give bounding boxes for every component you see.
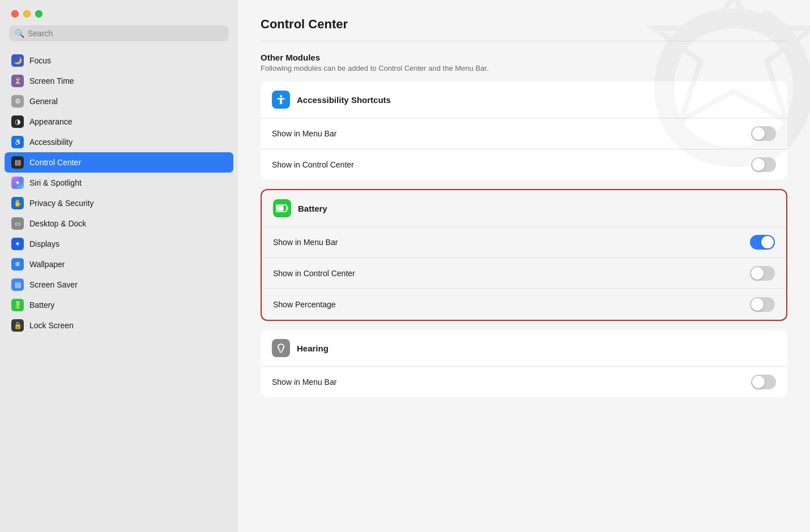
battery-module-icon <box>273 199 291 217</box>
sidebar-item-label-desktop-dock: Desktop & Dock <box>29 219 86 228</box>
displays-icon: ✦ <box>11 238 24 250</box>
module-row-label-hear-menu-bar: Show in Menu Bar <box>272 377 336 387</box>
other-modules-title: Other Modules <box>261 53 787 62</box>
svg-rect-3 <box>287 207 288 210</box>
sidebar-item-appearance[interactable]: ◑Appearance <box>5 111 233 132</box>
sidebar-item-focus[interactable]: 🌙Focus <box>5 50 233 71</box>
sidebar-item-general[interactable]: ⚙General <box>5 91 233 111</box>
module-row-acc-menu-bar: Show in Menu Bar <box>261 118 787 149</box>
sidebar-item-siri-spotlight[interactable]: ✦Siri & Spotlight <box>5 173 233 193</box>
lock-screen-icon: 🔒 <box>11 319 24 332</box>
sidebar-item-label-appearance: Appearance <box>29 117 73 126</box>
sidebar-item-lock-screen[interactable]: 🔒Lock Screen <box>5 315 233 336</box>
sidebar-item-screen-time[interactable]: ⏳Screen Time <box>5 71 233 91</box>
toggle-acc-menu-bar[interactable] <box>751 126 776 141</box>
sidebar-item-label-privacy-security: Privacy & Security <box>29 199 94 208</box>
window-controls <box>0 0 238 25</box>
sidebar-item-label-lock-screen: Lock Screen <box>29 321 74 330</box>
toggle-bat-control-center[interactable] <box>750 266 775 281</box>
module-accessibility-shortcuts: Accessibility ShortcutsShow in Menu BarS… <box>261 81 787 180</box>
module-row-label-bat-control-center: Show in Control Center <box>273 269 355 278</box>
search-icon: 🔍 <box>15 29 24 38</box>
sidebar-item-battery[interactable]: 🔋Battery <box>5 295 233 315</box>
sidebar-item-label-screen-time: Screen Time <box>29 76 74 85</box>
sidebar-item-label-screen-saver: Screen Saver <box>29 280 78 289</box>
close-button[interactable] <box>11 10 19 18</box>
toggle-acc-control-center[interactable] <box>751 157 776 172</box>
maximize-button[interactable] <box>35 10 42 18</box>
main-content: Control Center Other Modules Following m… <box>238 0 810 532</box>
sidebar-list: 🌙Focus⏳Screen Time⚙General◑Appearance♿Ac… <box>0 48 238 532</box>
sidebar-item-privacy-security[interactable]: ✋Privacy & Security <box>5 193 233 213</box>
module-row-label-acc-control-center: Show in Control Center <box>272 160 354 169</box>
other-modules-header: Other Modules Following modules can be a… <box>261 53 787 72</box>
screen-saver-icon: ▤ <box>11 278 24 291</box>
control-center-icon: ▤ <box>11 156 24 169</box>
sidebar-item-label-siri-spotlight: Siri & Spotlight <box>29 178 82 187</box>
svg-point-0 <box>280 95 282 97</box>
general-icon: ⚙ <box>11 95 24 108</box>
search-input[interactable] <box>28 29 223 38</box>
module-row-acc-control-center: Show in Control Center <box>261 149 787 180</box>
sidebar-item-desktop-dock[interactable]: ▭Desktop & Dock <box>5 213 233 234</box>
hearing-module-icon <box>272 339 290 357</box>
module-title-hearing: Hearing <box>297 344 329 353</box>
sidebar-item-label-battery: Battery <box>29 301 54 310</box>
module-header-battery: Battery <box>262 190 786 226</box>
module-row-hear-menu-bar: Show in Menu Bar <box>261 366 787 397</box>
page-title: Control Center <box>261 17 787 41</box>
sidebar-item-label-displays: Displays <box>29 239 59 248</box>
minimize-button[interactable] <box>23 10 31 18</box>
toggle-bat-percentage[interactable] <box>750 297 775 312</box>
wallpaper-icon: ❄ <box>11 258 24 271</box>
toggle-hear-menu-bar[interactable] <box>751 375 776 389</box>
appearance-icon: ◑ <box>11 115 24 128</box>
module-row-label-bat-percentage: Show Percentage <box>273 300 336 309</box>
sidebar-item-label-control-center: Control Center <box>29 158 81 167</box>
other-modules-subtitle: Following modules can be added to Contro… <box>261 64 787 72</box>
svg-rect-2 <box>277 206 284 211</box>
module-header-accessibility-shortcuts: Accessibility Shortcuts <box>261 81 787 118</box>
sidebar: 🔍 🌙Focus⏳Screen Time⚙General◑Appearance♿… <box>0 0 238 532</box>
accessibility-shortcuts-module-icon <box>272 91 290 109</box>
focus-icon: 🌙 <box>11 54 24 67</box>
sidebar-item-screen-saver[interactable]: ▤Screen Saver <box>5 274 233 295</box>
module-title-battery: Battery <box>298 204 327 213</box>
toggle-knob-bat-menu-bar <box>761 236 774 248</box>
siri-spotlight-icon: ✦ <box>11 177 24 189</box>
search-bar[interactable]: 🔍 <box>9 25 229 41</box>
sidebar-item-accessibility[interactable]: ♿Accessibility <box>5 132 233 152</box>
module-row-bat-percentage: Show Percentage <box>262 289 786 320</box>
module-row-label-bat-menu-bar: Show in Menu Bar <box>273 238 338 247</box>
toggle-knob-bat-percentage <box>751 298 764 311</box>
toggle-knob-acc-menu-bar <box>752 127 765 140</box>
module-row-label-acc-menu-bar: Show in Menu Bar <box>272 129 336 138</box>
desktop-dock-icon: ▭ <box>11 217 24 230</box>
sidebar-item-label-general: General <box>29 97 58 106</box>
modules-container: Accessibility ShortcutsShow in Menu BarS… <box>261 81 787 397</box>
privacy-security-icon: ✋ <box>11 197 24 209</box>
sidebar-item-control-center[interactable]: ▤Control Center <box>5 152 233 173</box>
module-header-hearing: Hearing <box>261 330 787 366</box>
toggle-bat-menu-bar[interactable] <box>750 235 775 250</box>
toggle-knob-acc-control-center <box>752 158 765 171</box>
screen-time-icon: ⏳ <box>11 75 24 87</box>
toggle-knob-bat-control-center <box>751 267 764 280</box>
toggle-knob-hear-menu-bar <box>752 376 765 388</box>
module-title-accessibility-shortcuts: Accessibility Shortcuts <box>297 95 391 105</box>
sidebar-item-label-focus: Focus <box>29 56 51 65</box>
sidebar-item-displays[interactable]: ✦Displays <box>5 234 233 254</box>
accessibility-icon: ♿ <box>11 136 24 148</box>
sidebar-item-wallpaper[interactable]: ❄Wallpaper <box>5 254 233 274</box>
sidebar-item-label-wallpaper: Wallpaper <box>29 260 65 269</box>
module-row-bat-control-center: Show in Control Center <box>262 258 786 289</box>
module-battery: BatteryShow in Menu BarShow in Control C… <box>261 189 787 321</box>
module-row-bat-menu-bar: Show in Menu Bar <box>262 226 786 258</box>
battery-icon: 🔋 <box>11 299 24 311</box>
module-hearing: HearingShow in Menu Bar <box>261 330 787 397</box>
sidebar-item-label-accessibility: Accessibility <box>29 138 73 147</box>
